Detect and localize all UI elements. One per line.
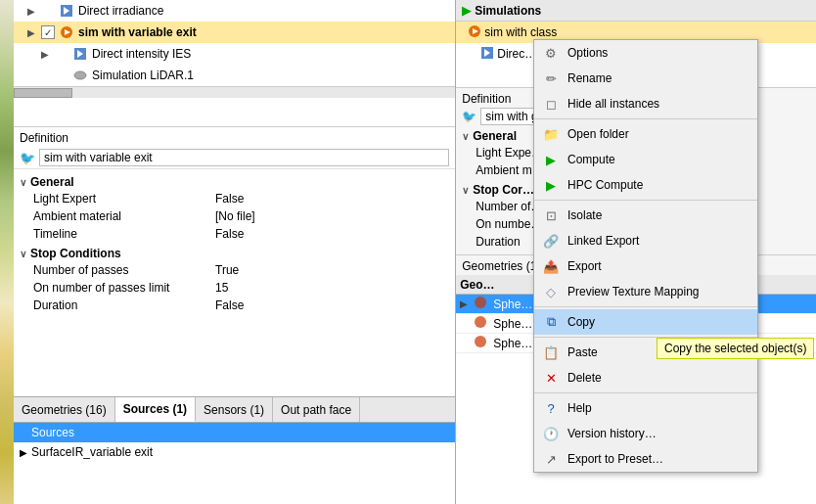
section-label: Stop Conditions (30, 247, 121, 260)
menu-item-version[interactable]: 🕐Version history… (534, 421, 757, 446)
simulations-icon: ▶ (462, 4, 471, 18)
menu-item-label: Paste (567, 345, 598, 359)
tree-item[interactable]: ▶Direct irradiance (14, 0, 455, 22)
isolate-icon: ⊡ (542, 206, 560, 224)
menu-item-help[interactable]: ?Help (534, 395, 757, 421)
right-section-label: Stop Cor… (473, 183, 534, 197)
props-row: Light ExpertFalse (20, 190, 449, 207)
svg-point-13 (475, 336, 486, 347)
prop-name: Light Expert (20, 192, 215, 206)
horizontal-scrollbar[interactable] (14, 86, 455, 98)
menu-item-label: Isolate (567, 208, 602, 222)
context-menu: ⚙Options✏Rename◻Hide all instances📁Open … (533, 39, 758, 473)
geo-row-icon (474, 296, 493, 312)
tree-checkbox[interactable] (41, 25, 55, 39)
prop-value: [No file] (215, 209, 449, 223)
menu-item-copy[interactable]: ⧉Copy (534, 309, 757, 335)
tree-item[interactable]: ▶sim with variable exit (14, 22, 455, 43)
definition-title: Definition (14, 131, 455, 147)
menu-separator (534, 200, 757, 201)
props-row: DurationFalse (20, 297, 449, 314)
tree-item-label: Direct irradiance (78, 4, 163, 18)
definition-name-input[interactable] (39, 149, 449, 166)
list-item-label: SurfaceIR_variable exit (31, 445, 153, 459)
chevron-icon: ∨ (462, 131, 469, 142)
geo-row-icon (474, 315, 493, 332)
tab-item[interactable]: Geometries (16) (14, 397, 115, 422)
tree-item[interactable]: ▶Direct intensity IES (14, 43, 455, 65)
menu-item-options[interactable]: ⚙Options (534, 40, 757, 66)
tree-arrow[interactable]: ▶ (27, 6, 41, 17)
tree-item-label: Simulation LiDAR.1 (92, 69, 194, 82)
tabs-row: Geometries (16)Sources (1)Sensors (1)Out… (14, 397, 455, 423)
menu-item-hide[interactable]: ◻Hide all instances (534, 91, 757, 116)
options-icon: ⚙ (542, 44, 560, 62)
tree-area: ▶Direct irradiance▶sim with variable exi… (14, 0, 455, 127)
scroll-thumb[interactable] (14, 88, 72, 98)
menu-separator (534, 306, 757, 307)
tree-node-icon (71, 45, 89, 63)
chevron-icon: ∨ (462, 185, 469, 196)
right-tree-label: sim with class (484, 25, 557, 39)
menu-item-delete[interactable]: ✕Delete (534, 365, 757, 390)
menu-item-rename[interactable]: ✏Rename (534, 66, 757, 91)
simulations-label: Simulations (475, 4, 541, 18)
menu-item-label: Help (567, 401, 592, 415)
paste-icon: 📋 (542, 344, 560, 361)
menu-item-export[interactable]: 📤Export (534, 253, 757, 279)
menu-item-hpc[interactable]: ▶HPC Compute (534, 172, 757, 198)
props-table: ∨GeneralLight ExpertFalseAmbient materia… (14, 171, 455, 396)
menu-item-folder[interactable]: 📁Open folder (534, 121, 757, 147)
delete-icon: ✕ (542, 369, 560, 387)
tab-item[interactable]: Sources (1) (115, 397, 196, 422)
list-arrow: ▶ (20, 447, 31, 458)
props-section-header[interactable]: ∨General (20, 175, 449, 189)
tab-item[interactable]: Out path face (273, 397, 360, 422)
menu-item-label: Export to Preset… (567, 452, 663, 466)
svg-point-6 (74, 71, 86, 79)
menu-item-linked[interactable]: 🔗Linked Export (534, 228, 757, 253)
tree-item[interactable]: Simulation LiDAR.1 (14, 65, 455, 86)
geo-col-label: Geo… (460, 278, 494, 292)
hide-icon: ◻ (542, 95, 560, 113)
right-tree-icon (468, 24, 481, 41)
tab-item[interactable]: Sensors (1) (196, 397, 273, 422)
prop-value: 15 (215, 281, 449, 295)
definition-name-row: 🐦 (14, 147, 455, 169)
tree-node-icon (71, 67, 89, 84)
prop-value: False (215, 298, 449, 312)
props-row: TimelineFalse (20, 225, 449, 243)
sources-list-item[interactable]: Sources (14, 423, 455, 442)
props-row: Number of passesTrue (20, 261, 449, 279)
prop-name: Number of passes (20, 263, 215, 277)
props-row: Ambient material[No file] (20, 207, 449, 225)
menu-item-label: Version history… (567, 427, 657, 440)
sim-name-icon: 🐦 (20, 151, 35, 165)
menu-item-preview[interactable]: ◇Preview Texture Mapping (534, 279, 757, 304)
help-icon: ? (542, 399, 560, 417)
props-section-header[interactable]: ∨Stop Conditions (20, 247, 449, 260)
menu-item-compute[interactable]: ▶Compute (534, 147, 757, 172)
menu-item-isolate[interactable]: ⊡Isolate (534, 203, 757, 228)
linked-icon: 🔗 (542, 232, 560, 250)
export-icon: 📤 (542, 257, 560, 275)
prop-value: True (215, 263, 449, 277)
menu-item-exportpreset[interactable]: ↗Export to Preset… (534, 446, 757, 472)
right-sim-icon: 🐦 (462, 110, 476, 123)
preview-icon: ◇ (542, 283, 560, 300)
menu-item-label: Open folder (567, 127, 629, 141)
menu-item-label: Export (567, 259, 602, 273)
tree-item-label: sim with variable exit (78, 25, 197, 39)
tree-arrow[interactable]: ▶ (41, 49, 55, 60)
bottom-tabs-area: Geometries (16)Sources (1)Sensors (1)Out… (14, 396, 455, 504)
menu-item-label: Compute (567, 153, 615, 166)
copy-icon: ⧉ (542, 313, 560, 331)
geo-row-arrow: ▶ (460, 298, 474, 309)
menu-item-label: Linked Export (567, 234, 639, 248)
prop-name: Ambient material (20, 209, 215, 223)
tree-arrow[interactable]: ▶ (27, 27, 41, 38)
menu-item-label: Hide all instances (567, 97, 659, 111)
sources-list-item[interactable]: ▶SurfaceIR_variable exit (14, 442, 455, 462)
menu-item-label: HPC Compute (567, 178, 643, 192)
props-row: On number of passes limit15 (20, 279, 449, 297)
